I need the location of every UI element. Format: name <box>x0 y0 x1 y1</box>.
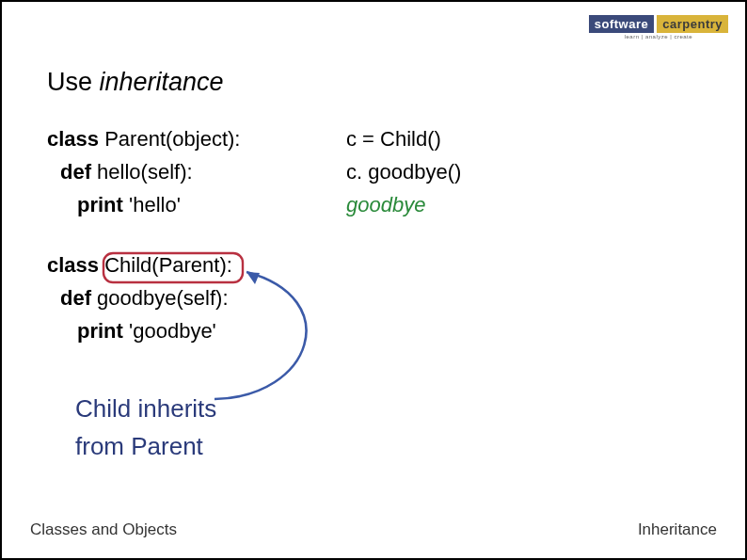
keyword-def: def <box>60 286 91 310</box>
heading-prefix: Use <box>47 68 100 96</box>
slide: software carpentry learn | analyze | cre… <box>0 0 747 560</box>
annotation-arrow-head <box>246 272 260 284</box>
code-block-left: class Parent(object): def hello(self): p… <box>47 122 240 347</box>
keyword-class: class <box>47 253 99 277</box>
code-parent-print-line: print 'hello' <box>47 188 240 221</box>
code-parent-def-line: def hello(self): <box>47 155 240 188</box>
annotation-line2: from Parent <box>75 427 216 465</box>
spacer <box>47 222 240 248</box>
annotation-text: Child inherits from Parent <box>75 390 216 466</box>
logo-tagline: learn | analyze | create <box>625 34 692 40</box>
footer-right: Inheritance <box>638 520 717 539</box>
footer-left: Classes and Objects <box>30 520 177 539</box>
code-child-class-line: class Child(Parent): <box>47 248 240 281</box>
code-text: hello(self): <box>91 160 193 184</box>
code-block-right: c = Child() c. goodbye() goodbye <box>346 122 461 222</box>
code-text: goodbye(self): <box>91 286 229 310</box>
logo-main: software carpentry <box>589 15 728 33</box>
code-text: Child(Parent): <box>99 253 232 277</box>
logo-carpentry-text: carpentry <box>657 15 728 33</box>
heading-italic-word: inheritance <box>100 68 224 96</box>
keyword-print: print <box>77 193 123 216</box>
code-instantiate-line: c = Child() <box>346 122 461 155</box>
keyword-def: def <box>60 160 91 184</box>
logo-software-text: software <box>589 15 654 33</box>
code-child-print-line: print 'goodbye' <box>47 314 240 347</box>
code-text: 'goodbye' <box>123 319 216 343</box>
code-child-def-line: def goodbye(self): <box>47 281 240 314</box>
code-call-line: c. goodbye() <box>346 155 461 188</box>
logo: software carpentry learn | analyze | cre… <box>589 15 728 40</box>
keyword-print: print <box>77 319 123 343</box>
code-parent-class-line: class Parent(object): <box>47 122 240 155</box>
annotation-line1: Child inherits <box>75 390 216 427</box>
keyword-class: class <box>47 127 99 151</box>
code-output-line: goodbye <box>346 188 461 221</box>
code-text: 'hello' <box>123 193 181 216</box>
slide-heading: Use inheritance <box>47 68 224 97</box>
code-text: Parent(object): <box>99 127 240 151</box>
